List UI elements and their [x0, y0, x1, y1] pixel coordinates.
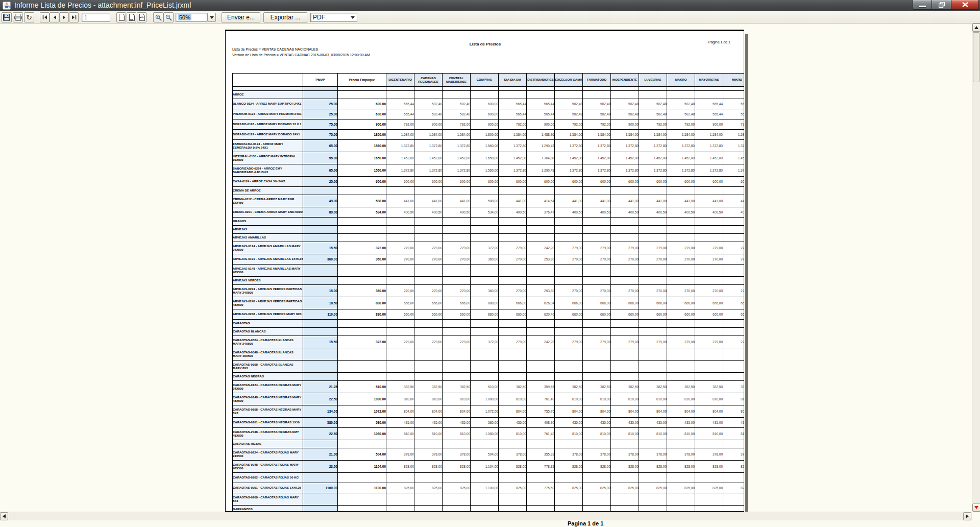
cell-price: 600,00	[639, 177, 667, 187]
cell-price	[471, 373, 499, 381]
cell-price: 804,00	[499, 405, 527, 418]
cell-price	[443, 373, 471, 381]
cell-price: 565,44	[723, 99, 745, 109]
vertical-scroll-thumb[interactable]	[973, 32, 979, 82]
last-page-button[interactable]	[69, 12, 79, 22]
fit-page-button[interactable]	[127, 12, 136, 22]
minimize-button[interactable]	[913, 0, 932, 10]
next-page-button[interactable]	[59, 12, 69, 22]
enviar-button[interactable]: Enviar e...	[222, 12, 260, 22]
cell-pmvp: 360.00	[303, 254, 338, 265]
close-button[interactable]	[951, 0, 979, 10]
zoom-dropdown-button[interactable]	[207, 13, 216, 22]
cell-price: 810,00	[443, 428, 471, 440]
prev-page-button[interactable]	[50, 12, 59, 22]
scroll-left-button[interactable]	[0, 512, 8, 520]
cell-price: 660,00	[583, 309, 611, 320]
cell-price: 792,00	[499, 119, 527, 130]
restore-button[interactable]	[932, 0, 951, 10]
cell-price	[695, 348, 723, 361]
cell-price: 279,00	[499, 336, 527, 348]
exportar-button[interactable]: Exportar ...	[263, 12, 307, 22]
cell-price: 1.452,00	[555, 152, 583, 164]
fit-width-button[interactable]	[137, 12, 146, 22]
cell-price: 804,00	[611, 405, 639, 418]
product-description: CARAOTAS-2048 - CARAOTAS NEGRAS EMY 48X5…	[233, 428, 303, 440]
cell-price	[386, 234, 414, 242]
cell-price: 825,00	[611, 483, 639, 493]
cell-price	[583, 361, 611, 373]
cell-price	[583, 277, 611, 285]
cell-price	[667, 218, 695, 226]
scroll-right-button[interactable]	[963, 512, 971, 520]
cell-price	[471, 506, 499, 512]
section-row: CREMA DE ARROZ	[233, 187, 745, 195]
zoom-in-button[interactable]	[153, 12, 163, 22]
section-label: ARVEJAS VERDES	[233, 277, 303, 285]
cell-price	[695, 493, 723, 506]
spacer-row	[233, 87, 745, 91]
cell-price	[695, 234, 723, 242]
cell-price	[611, 506, 639, 512]
cell-price: 270,00	[499, 285, 527, 297]
cell-price: 441,00	[723, 195, 745, 207]
cell-price	[555, 218, 583, 226]
cell-price	[555, 265, 583, 277]
cell-price: 810,00	[499, 393, 527, 405]
cell-price: 565,44	[386, 99, 414, 109]
product-description: ARVEJAS-0101 - ARVEJAS AMARILLAS 1X45,36	[233, 254, 303, 265]
table-row: CASA-0124 - ARROZ CASA 5% 24X125.00600.0…	[233, 177, 745, 187]
cell-price: 279,00	[443, 336, 471, 348]
cell-price	[499, 218, 527, 226]
cell-price: 435,00	[499, 418, 527, 428]
minimize-icon	[919, 6, 926, 7]
cell-price	[695, 473, 723, 483]
scroll-up-button[interactable]	[972, 23, 980, 32]
section-label: CREMA DE ARROZ	[233, 187, 303, 195]
vertical-scrollbar[interactable]	[972, 23, 980, 512]
cell-price	[583, 218, 611, 226]
zoom-level-combo[interactable]: 50%	[176, 13, 207, 22]
cell-pmvp	[303, 328, 338, 336]
page-number-field[interactable]: 1	[82, 13, 110, 22]
cell-price	[414, 493, 443, 506]
cell-price: 534,00	[471, 207, 499, 218]
cell-price	[723, 87, 745, 91]
cell-empaque	[338, 187, 386, 195]
java-icon	[3, 2, 11, 10]
cell-price: 279,00	[414, 242, 443, 254]
cell-price: 565,44	[723, 109, 745, 119]
cell-price	[471, 234, 499, 242]
cell-price: 376,47	[527, 207, 555, 218]
cell-price: 761,40	[527, 393, 555, 405]
cell-price: 1.372,80	[611, 140, 639, 152]
cell-price: 382,50	[695, 381, 723, 393]
scroll-down-button[interactable]	[972, 504, 980, 512]
cell-price: 565,44	[499, 109, 527, 119]
export-format-combo[interactable]: PDF	[310, 13, 357, 22]
cell-price: 804,00	[443, 405, 471, 418]
reload-button[interactable]: ↻	[24, 12, 34, 22]
cell-price: 828,00	[499, 461, 527, 473]
table-row: CARAOTAS-0348 - CARAOTAS BLANCAS MARY 48…	[233, 348, 745, 361]
cell-price: 666,00	[386, 297, 414, 309]
cell-price: 435,00	[695, 418, 723, 428]
cell-price	[639, 87, 667, 91]
save-button[interactable]	[2, 12, 12, 22]
print-button[interactable]	[13, 12, 23, 22]
cell-price	[471, 218, 499, 226]
actual-size-button[interactable]	[116, 12, 126, 22]
cell-price	[695, 373, 723, 381]
horizontal-scrollbar[interactable]	[0, 512, 972, 520]
cell-price	[555, 361, 583, 373]
cell-price: 1.372,80	[723, 164, 745, 177]
cell-price	[639, 226, 667, 234]
cell-pmvp	[303, 87, 338, 91]
restore-icon	[939, 2, 945, 8]
cell-price	[695, 320, 723, 328]
first-page-button[interactable]	[40, 12, 50, 22]
cell-price: 270,00	[414, 254, 443, 265]
zoom-out-button[interactable]	[163, 12, 174, 22]
cell-price	[443, 87, 471, 91]
cell-price: 600,00	[471, 177, 499, 187]
